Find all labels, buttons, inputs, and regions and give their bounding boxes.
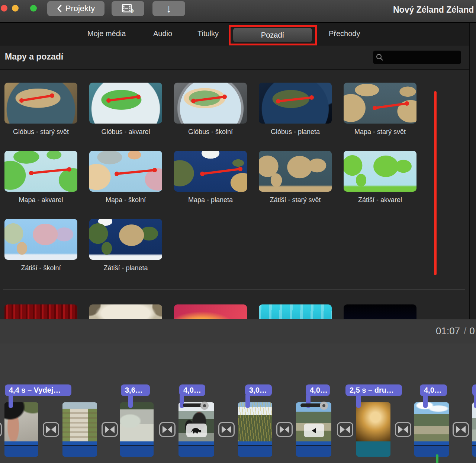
clip-audio-bar[interactable] — [296, 441, 331, 445]
media-browser-button[interactable]: ♪ — [112, 1, 144, 16]
map-thumbnail[interactable] — [259, 151, 332, 192]
route-line-icon — [344, 83, 416, 124]
tab-moje-media[interactable]: Moje média — [87, 29, 126, 38]
background-thumbnail-parchment-grunge[interactable] — [89, 304, 162, 319]
transition-icon[interactable] — [337, 422, 353, 437]
background-thumbnail-gradient-sunset[interactable] — [174, 304, 247, 319]
speed-slider-handle[interactable] — [320, 402, 328, 410]
map-thumbnail[interactable] — [344, 83, 416, 124]
tab-titulky[interactable]: Titulky — [197, 29, 219, 38]
clip-audio-bar[interactable] — [120, 441, 154, 445]
clip-audio-bar[interactable] — [178, 446, 214, 457]
timeline-clip[interactable] — [120, 402, 154, 457]
map-label: Mapa - starý svět — [344, 128, 416, 136]
map-background-item[interactable]: Zátiší - planeta — [89, 219, 162, 272]
transition-icon[interactable] — [43, 422, 59, 437]
map-background-item[interactable]: Zátiší - starý svět — [259, 151, 332, 204]
map-thumbnail[interactable] — [89, 151, 162, 192]
clip-thumbnail[interactable] — [238, 402, 272, 441]
map-background-item[interactable]: Zátiší - akvarel — [344, 151, 416, 204]
timeline-clip[interactable] — [472, 402, 476, 457]
transition-icon[interactable] — [453, 422, 469, 437]
clip-audio-bar[interactable] — [356, 441, 390, 457]
clip-audio-bar[interactable] — [178, 441, 214, 445]
clip-audio-bar[interactable] — [62, 441, 97, 445]
green-position-marker — [436, 454, 438, 463]
transition-icon[interactable] — [218, 422, 235, 437]
clip-audio-bar[interactable] — [414, 441, 449, 445]
clip-thumbnail[interactable] — [356, 402, 390, 441]
timeline-clip[interactable] — [62, 402, 97, 457]
tab-prechody[interactable]: Přechody — [329, 29, 360, 38]
fullscreen-window-button[interactable] — [30, 5, 37, 12]
map-thumbnail[interactable] — [259, 83, 332, 124]
clip-thumbnail[interactable] — [472, 402, 476, 441]
title-bar: Projekty ♪ ↓ Nový Zéland Zéland — [0, 0, 476, 23]
clip-audio-bar[interactable] — [414, 446, 449, 457]
backgrounds-row — [4, 304, 416, 319]
map-background-item[interactable]: Mapa - akvarel — [4, 151, 77, 204]
background-thumbnail-black[interactable] — [344, 304, 416, 319]
map-background-item[interactable]: Glóbus - starý svět — [4, 83, 77, 136]
map-label: Zátiší - akvarel — [344, 196, 416, 204]
turtle-icon — [190, 427, 203, 435]
transition-icon[interactable] — [102, 422, 118, 437]
map-background-item[interactable]: Glóbus - akvarel — [89, 83, 162, 136]
slow-motion-turtle-badge[interactable] — [186, 424, 207, 437]
duration-badge: 2,5 s – dru… — [345, 384, 402, 396]
map-thumbnail[interactable] — [344, 151, 416, 192]
clip-audio-bar[interactable] — [472, 441, 476, 445]
map-label: Glóbus - starý svět — [4, 128, 77, 136]
search-field[interactable] — [373, 51, 461, 64]
route-line-icon — [174, 83, 247, 124]
map-thumbnail[interactable] — [4, 151, 77, 192]
reverse-playback-badge[interactable] — [304, 424, 324, 437]
transition-icon[interactable] — [159, 422, 176, 437]
badge-stem — [9, 395, 13, 408]
map-thumbnail[interactable] — [4, 83, 77, 124]
timeline-clip[interactable] — [4, 402, 38, 457]
badge-stem — [474, 395, 476, 408]
tab-audio[interactable]: Audio — [153, 29, 172, 38]
map-thumbnail[interactable] — [174, 151, 247, 192]
projects-back-button[interactable]: Projekty — [47, 1, 104, 16]
tab-pozadi-selected[interactable]: Pozadí — [233, 28, 312, 42]
transition-icon[interactable] — [276, 422, 293, 437]
map-thumbnail[interactable] — [89, 83, 162, 124]
timeline-clip[interactable] — [356, 402, 390, 457]
map-background-item[interactable]: Mapa - školní — [89, 151, 162, 204]
map-label: Glóbus - školní — [174, 128, 247, 136]
clip-audio-bar[interactable] — [238, 446, 272, 457]
clip-audio-bar[interactable] — [62, 446, 97, 457]
down-arrow-icon: ↓ — [166, 3, 172, 14]
clip-audio-bar[interactable] — [296, 446, 331, 457]
background-thumbnail-underwater-teal[interactable] — [259, 304, 332, 319]
clip-audio-bar[interactable] — [472, 446, 476, 457]
background-thumbnail-curtain-red[interactable] — [4, 304, 77, 319]
timeline-clip[interactable] — [238, 402, 272, 457]
clip-audio-bar[interactable] — [120, 446, 154, 457]
export-download-button[interactable]: ↓ — [152, 1, 185, 16]
map-background-item[interactable]: Mapa - starý svět — [344, 83, 416, 136]
search-input[interactable] — [386, 54, 458, 61]
map-background-item[interactable]: Mapa - planeta — [174, 151, 247, 204]
transition-icon[interactable] — [0, 422, 2, 437]
map-background-item[interactable]: Glóbus - školní — [174, 83, 247, 136]
clip-thumbnail[interactable] — [414, 402, 449, 441]
clip-thumbnail[interactable] — [120, 402, 154, 441]
close-window-button[interactable] — [1, 5, 7, 12]
clip-audio-bar[interactable] — [4, 446, 38, 457]
map-thumbnail[interactable] — [174, 83, 247, 124]
clip-audio-bar[interactable] — [238, 441, 272, 445]
map-background-item[interactable]: Zátiší - školní — [4, 219, 77, 272]
clip-thumbnail[interactable] — [4, 402, 38, 441]
clip-audio-bar[interactable] — [4, 441, 38, 445]
timeline-clip[interactable] — [414, 402, 449, 457]
minimize-window-button[interactable] — [12, 5, 19, 12]
clip-thumbnail[interactable] — [62, 402, 97, 441]
map-thumbnail[interactable] — [4, 219, 77, 260]
map-background-item[interactable]: Glóbus - planeta — [259, 83, 332, 136]
map-thumbnail[interactable] — [89, 219, 162, 260]
transition-icon[interactable] — [395, 422, 411, 437]
speed-slider-handle[interactable] — [200, 402, 209, 410]
